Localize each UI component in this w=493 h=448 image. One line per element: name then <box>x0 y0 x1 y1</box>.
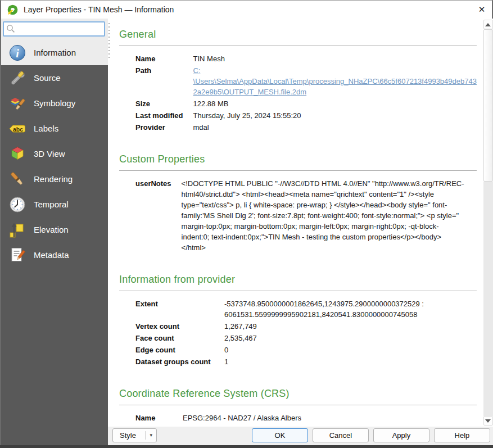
property-value: 0 <box>224 344 424 356</box>
section-divider <box>119 405 477 405</box>
style-button-label: Style <box>120 431 136 440</box>
close-button[interactable]: ✕ <box>472 1 491 18</box>
chevron-down-icon <box>485 419 491 423</box>
sidebar-item-label: 3D View <box>34 149 65 159</box>
section-divider <box>119 291 477 291</box>
section-title: General <box>119 29 477 40</box>
property-value: 2,535,467 <box>224 332 424 344</box>
property-row: Path C: \Users\Selma\AppData\Local\Temp\… <box>135 65 477 98</box>
property-value: <!DOCTYPE HTML PUBLIC "-//W3C//DTD HTML … <box>182 178 465 254</box>
scroll-down-button[interactable] <box>483 416 493 426</box>
sidebar-item-source[interactable]: Source <box>1 65 108 90</box>
section-general: General Name TIN Mesh Path C: \Users\Sel… <box>119 29 477 133</box>
sidebar-item-label: Metadata <box>34 250 69 260</box>
property-label: Path <box>135 65 193 98</box>
property-value: 1,267,749 <box>224 320 424 332</box>
info-icon: i <box>8 44 26 62</box>
elevation-icon <box>8 221 26 239</box>
sidebar-item-3d-view[interactable]: 3D View <box>1 141 108 166</box>
qgis-logo-icon <box>7 4 19 16</box>
ok-button[interactable]: OK <box>252 428 308 442</box>
property-row: Last modified Thursday, July 25, 2024 15… <box>135 110 477 121</box>
close-icon: ✕ <box>478 4 486 15</box>
property-row: Provider mdal <box>135 121 477 133</box>
property-row: Size 122.88 MB <box>135 98 477 110</box>
sidebar-item-metadata[interactable]: Metadata <box>1 242 108 268</box>
information-content: General Name TIN Mesh Path C: \Users\Sel… <box>108 19 483 427</box>
sidebar-item-temporal[interactable]: Temporal <box>1 192 108 217</box>
section-divider <box>119 46 477 46</box>
sidebar: i Information Source <box>1 19 108 446</box>
svg-text:i: i <box>16 47 19 59</box>
symbology-icon <box>8 94 26 112</box>
window-title: Layer Properties - TIN Mesh — Informatio… <box>24 5 472 14</box>
cancel-button[interactable]: Cancel <box>313 428 369 442</box>
dialog-button-bar: Style ▾ OK Cancel Apply Help <box>108 427 493 446</box>
scroll-up-button[interactable] <box>483 20 493 29</box>
property-label: userNotes <box>135 178 182 254</box>
scrollbar-thumb[interactable] <box>483 29 493 182</box>
source-icon <box>8 69 26 87</box>
property-row: Face count 2,535,467 <box>135 332 424 344</box>
section-title: Coordinate Reference System (CRS) <box>119 388 477 400</box>
property-label: Face count <box>135 332 224 344</box>
help-button[interactable]: Help <box>434 428 490 442</box>
sidebar-item-elevation[interactable]: Elevation <box>1 217 108 242</box>
property-row: Dataset groups count 1 <box>135 356 424 368</box>
property-value: mdal <box>193 121 477 133</box>
svg-text:abc: abc <box>13 125 23 132</box>
property-label: Name <box>135 53 193 65</box>
property-label: Name <box>135 412 183 424</box>
chevron-up-icon <box>485 23 491 26</box>
sidebar-item-label: Temporal <box>34 200 69 209</box>
property-value: 122.88 MB <box>193 98 477 110</box>
property-label: Dataset groups count <box>135 356 224 368</box>
property-value: Thursday, July 25, 2024 15:55:20 <box>193 110 477 121</box>
sidebar-search-area <box>1 19 108 40</box>
property-label: Last modified <box>135 110 193 121</box>
sidebar-item-label: Labels <box>34 124 58 133</box>
sidebar-nav: i Information Source <box>1 40 108 446</box>
section-crs: Coordinate Reference System (CRS) Name E… <box>119 388 477 427</box>
scrollbar-track[interactable] <box>483 182 493 416</box>
search-icon <box>6 24 15 33</box>
sidebar-item-symbology[interactable]: Symbology <box>1 90 108 116</box>
property-value: -5373748.9500000001862645,1243975.290000… <box>224 298 424 320</box>
section-title: Custom Properties <box>119 153 477 165</box>
sidebar-item-information[interactable]: i Information <box>1 40 108 65</box>
property-label: Vertex count <box>135 320 224 332</box>
path-link[interactable]: C: \Users\Selma\AppData\Local\Temp\proce… <box>193 66 477 96</box>
metadata-icon <box>8 246 26 264</box>
splitter-handle[interactable] <box>108 23 110 59</box>
property-row: Vertex count 1,267,749 <box>135 320 424 332</box>
sidebar-item-rendering[interactable]: Rendering <box>1 166 108 192</box>
layer-properties-dialog: Layer Properties - TIN Mesh — Informatio… <box>0 0 493 448</box>
apply-button[interactable]: Apply <box>373 428 429 442</box>
search-input[interactable] <box>3 21 105 37</box>
property-label: Extent <box>135 298 224 320</box>
window-bottom-edge <box>0 445 493 448</box>
3d-view-icon <box>8 145 26 163</box>
sidebar-item-labels[interactable]: abc Labels <box>1 116 108 141</box>
section-title: Information from provider <box>119 274 477 286</box>
style-button[interactable]: Style ▾ <box>112 428 157 442</box>
property-label: Size <box>135 98 193 110</box>
property-value: 1 <box>224 356 424 368</box>
section-provider-info: Information from provider Extent -537374… <box>119 274 477 368</box>
sidebar-item-label: Source <box>34 73 61 83</box>
sidebar-item-label: Elevation <box>34 225 69 234</box>
sidebar-item-label: Rendering <box>34 174 73 184</box>
labels-icon: abc <box>8 120 26 138</box>
property-value: TIN Mesh <box>193 53 477 65</box>
main-panel: General Name TIN Mesh Path C: \Users\Sel… <box>108 19 493 446</box>
rendering-icon <box>8 170 26 188</box>
section-custom-properties: Custom Properties userNotes <!DOCTYPE HT… <box>119 153 477 254</box>
titlebar: Layer Properties - TIN Mesh — Informatio… <box>1 1 492 19</box>
property-row: Edge count 0 <box>135 344 424 356</box>
temporal-icon <box>8 196 26 214</box>
property-label: Provider <box>135 121 193 133</box>
property-label: Edge count <box>135 344 224 356</box>
chevron-down-icon: ▾ <box>145 431 152 440</box>
property-value: EPSG:2964 - NAD27 / Alaska Albers <box>183 412 301 424</box>
property-row: Extent -5373748.9500000001862645,1243975… <box>135 298 424 320</box>
